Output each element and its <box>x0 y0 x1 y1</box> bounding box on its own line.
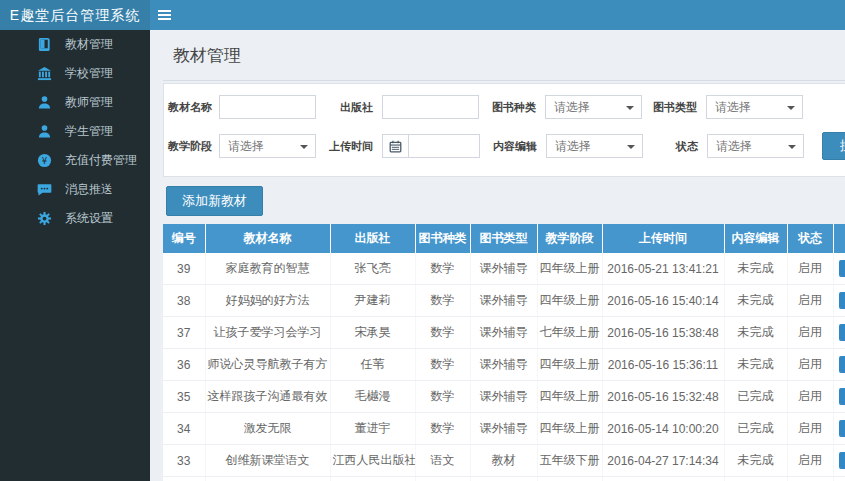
row-action-button[interactable] <box>839 452 845 469</box>
cell-status: 启用 <box>787 445 833 477</box>
top-navbar: E趣堂后台管理系统 <box>0 0 845 30</box>
chevron-down-icon <box>788 145 796 149</box>
book-category-label: 图书种类 <box>479 100 545 115</box>
row-action-button[interactable] <box>839 260 845 277</box>
table-row: 37让孩子爱学习会学习宋承昊数学课外辅导七年级上册2016-05-16 15:3… <box>163 317 845 349</box>
book-category-value: 请选择 <box>554 100 590 114</box>
content-edit-label: 内容编辑 <box>480 139 546 154</box>
status-value: 请选择 <box>716 139 752 153</box>
cell-id: 32 <box>163 477 205 481</box>
cell-edit-status: 未完成 <box>724 253 787 285</box>
cell-status: 启用 <box>787 381 833 413</box>
column-header-publisher: 出版社 <box>330 224 415 253</box>
calendar-icon[interactable] <box>382 134 408 158</box>
book-type-select[interactable]: 请选择 <box>706 95 803 119</box>
sidebar-toggle-button[interactable] <box>158 8 174 22</box>
teaching-stage-select[interactable]: 请选择 <box>219 134 316 158</box>
table-row: 36师说心灵导航教子有方任苇数学课外辅导四年级上册2016-05-16 15:3… <box>163 349 845 381</box>
row-action-button[interactable] <box>839 356 845 373</box>
payment-icon: ¥ <box>37 153 52 168</box>
cell-name: 好妈妈的好方法 <box>205 285 330 317</box>
cell-id: 39 <box>163 253 205 285</box>
cell-category: 数学 <box>415 317 470 349</box>
cell-publisher: 江西人民出版社 <box>330 445 415 477</box>
sidebar-item-label: 教师管理 <box>65 94 113 111</box>
cell-edit-status: 未完成 <box>724 477 787 481</box>
sidebar-item-label: 消息推送 <box>65 181 113 198</box>
table-row: 38好妈妈的好方法尹建莉数学课外辅导四年级上册2016-05-16 15:40:… <box>163 285 845 317</box>
cell-category: 数学 <box>415 253 470 285</box>
table-row: 35这样跟孩子沟通最有效毛樾漫数学课外辅导四年级上册2016-05-16 15:… <box>163 381 845 413</box>
textbook-name-input[interactable] <box>219 95 316 119</box>
book-category-select[interactable]: 请选择 <box>545 95 642 119</box>
sidebar-item-students[interactable]: 学生管理 <box>0 117 150 146</box>
publisher-input[interactable] <box>382 95 479 119</box>
cell-type: 课外辅导 <box>470 285 537 317</box>
filter-row-2: 教学阶段 请选择 上传时间 内容编辑 <box>168 132 845 160</box>
app-logo[interactable]: E趣堂后台管理系统 <box>0 0 150 30</box>
cell-publisher: 董进宇 <box>330 413 415 445</box>
book-icon <box>37 37 52 52</box>
cell-edit-status: 未完成 <box>724 285 787 317</box>
filter-book-type: 图书类型 请选择 <box>642 95 803 119</box>
filter-panel: 教材名称 出版社 图书种类 请选择 图书类型 请 <box>163 83 845 177</box>
cell-publisher: 宋承昊 <box>330 317 415 349</box>
sidebar-item-teachers[interactable]: 教师管理 <box>0 88 150 117</box>
column-header-upload-time: 上传时间 <box>602 224 724 253</box>
cell-type: 课外辅导 <box>470 381 537 413</box>
column-header-status: 状态 <box>787 224 833 253</box>
book-type-label: 图书类型 <box>642 100 706 115</box>
upload-time-input[interactable] <box>408 134 480 158</box>
teaching-stage-value: 请选择 <box>228 139 264 153</box>
upload-time-label: 上传时间 <box>316 139 382 154</box>
row-action-button[interactable] <box>839 292 845 309</box>
search-button[interactable]: 搜索 <box>822 132 845 160</box>
publisher-label: 出版社 <box>316 100 382 115</box>
row-action-button[interactable] <box>839 420 845 437</box>
chevron-down-icon <box>300 145 308 149</box>
cell-stage: 四年级上册 <box>537 349 602 381</box>
content-edit-select[interactable]: 请选择 <box>546 134 643 158</box>
cell-upload-time: 2016-05-16 15:40:14 <box>602 285 724 317</box>
sidebar: 教材管理 学校管理 教师管理 学生管理 ¥ 充值付费管理 <box>0 30 150 481</box>
row-action-button[interactable] <box>839 324 845 341</box>
cell-type: 教材 <box>470 477 537 481</box>
sidebar-item-payments[interactable]: ¥ 充值付费管理 <box>0 146 150 175</box>
cell-id: 34 <box>163 413 205 445</box>
cell-status: 启用 <box>787 317 833 349</box>
cell-actions <box>833 253 845 285</box>
teaching-stage-label: 教学阶段 <box>168 139 219 154</box>
cell-type: 课外辅导 <box>470 349 537 381</box>
school-icon <box>37 66 52 81</box>
cell-category: 语文 <box>415 477 470 481</box>
cell-actions <box>833 445 845 477</box>
add-textbook-button[interactable]: 添加新教材 <box>166 186 263 216</box>
sidebar-item-messages[interactable]: 消息推送 <box>0 175 150 204</box>
sidebar-item-textbooks[interactable]: 教材管理 <box>0 30 150 59</box>
textbook-table: 编号教材名称出版社图书种类图书类型教学阶段上传时间内容编辑状态 39家庭教育的智… <box>163 224 845 481</box>
settings-gear-icon <box>37 211 52 226</box>
cell-stage: 七年级上册 <box>537 317 602 349</box>
page-header: 教材管理 <box>163 30 845 81</box>
cell-upload-time: 2016-04-27 17:14:34 <box>602 445 724 477</box>
cell-name: 创维新课堂语文 <box>205 477 330 481</box>
sidebar-item-label: 教材管理 <box>65 36 113 53</box>
cell-actions <box>833 477 845 481</box>
filter-status: 状态 请选择 <box>643 134 804 158</box>
status-select[interactable]: 请选择 <box>707 134 804 158</box>
cell-name: 家庭教育的智慧 <box>205 253 330 285</box>
cell-stage: 四年级上册 <box>537 285 602 317</box>
svg-text:¥: ¥ <box>42 156 48 166</box>
cell-category: 数学 <box>415 285 470 317</box>
cell-edit-status: 未完成 <box>724 349 787 381</box>
chevron-down-icon <box>627 145 635 149</box>
cell-publisher: 尹建莉 <box>330 285 415 317</box>
sidebar-item-schools[interactable]: 学校管理 <box>0 59 150 88</box>
cell-type: 教材 <box>470 445 537 477</box>
sidebar-item-label: 学校管理 <box>65 65 113 82</box>
sidebar-item-settings[interactable]: 系统设置 <box>0 204 150 233</box>
page-title: 教材管理 <box>173 44 845 67</box>
cell-status: 启用 <box>787 349 833 381</box>
row-action-button[interactable] <box>839 388 845 405</box>
cell-actions <box>833 413 845 445</box>
